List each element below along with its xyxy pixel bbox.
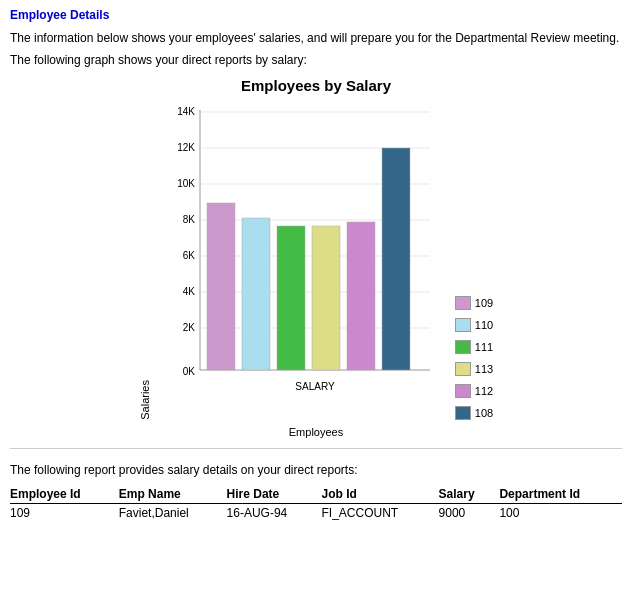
- svg-text:8K: 8K: [183, 214, 196, 225]
- svg-rect-22: [382, 148, 410, 370]
- legend-label-112: 112: [475, 385, 493, 397]
- cell-hire-date: 16-AUG-94: [227, 503, 322, 522]
- chart-container: Salaries 14K 12K 10K 8K: [10, 100, 622, 420]
- legend-item-110: 110: [455, 318, 493, 332]
- svg-text:0K: 0K: [183, 366, 196, 377]
- col-header-job-id: Job Id: [322, 485, 439, 504]
- svg-rect-18: [242, 218, 270, 370]
- intro-text: The information below shows your employe…: [10, 30, 622, 47]
- x-axis-title: Employees: [10, 426, 622, 438]
- page-title: Employee Details: [10, 8, 622, 22]
- col-header-salary: Salary: [439, 485, 500, 504]
- legend-label-109: 109: [475, 297, 493, 309]
- legend-label-110: 110: [475, 319, 493, 331]
- legend-color-112: [455, 384, 471, 398]
- svg-rect-19: [277, 226, 305, 370]
- graph-intro: The following graph shows your direct re…: [10, 53, 622, 67]
- svg-text:12K: 12K: [177, 142, 195, 153]
- svg-rect-21: [347, 222, 375, 370]
- svg-text:6K: 6K: [183, 250, 196, 261]
- employee-table: Employee Id Emp Name Hire Date Job Id Sa…: [10, 485, 622, 522]
- legend-label-113: 113: [475, 363, 493, 375]
- legend-item-109: 109: [455, 296, 493, 310]
- svg-text:2K: 2K: [183, 322, 196, 333]
- separator: [10, 448, 622, 449]
- col-header-employee-id: Employee Id: [10, 485, 119, 504]
- cell-salary: 9000: [439, 503, 500, 522]
- svg-text:SALARY: SALARY: [295, 381, 335, 392]
- legend-color-110: [455, 318, 471, 332]
- legend-label-111: 111: [475, 341, 493, 353]
- table-header-row: Employee Id Emp Name Hire Date Job Id Sa…: [10, 485, 622, 504]
- table-row: 109 Faviet,Daniel 16-AUG-94 FI_ACCOUNT 9…: [10, 503, 622, 522]
- legend-item-113: 113: [455, 362, 493, 376]
- svg-text:14K: 14K: [177, 106, 195, 117]
- cell-department-id: 100: [499, 503, 622, 522]
- svg-text:10K: 10K: [177, 178, 195, 189]
- legend-label-108: 108: [475, 407, 493, 419]
- legend-item-112: 112: [455, 384, 493, 398]
- chart-inner: 14K 12K 10K 8K 6K 4K 2K: [155, 100, 445, 420]
- chart-title: Employees by Salary: [10, 77, 622, 94]
- legend-color-111: [455, 340, 471, 354]
- cell-job-id: FI_ACCOUNT: [322, 503, 439, 522]
- svg-rect-17: [207, 203, 235, 370]
- svg-rect-20: [312, 226, 340, 370]
- legend-color-109: [455, 296, 471, 310]
- chart-svg: 14K 12K 10K 8K 6K 4K 2K: [155, 100, 445, 420]
- col-header-emp-name: Emp Name: [119, 485, 227, 504]
- cell-emp-name: Faviet,Daniel: [119, 503, 227, 522]
- col-header-hire-date: Hire Date: [227, 485, 322, 504]
- legend-item-108: 108: [455, 406, 493, 420]
- chart-legend: 109 110 111 113 112 108: [455, 296, 493, 420]
- cell-employee-id: 109: [10, 503, 119, 522]
- svg-text:4K: 4K: [183, 286, 196, 297]
- col-header-department-id: Department Id: [499, 485, 622, 504]
- legend-color-113: [455, 362, 471, 376]
- report-intro: The following report provides salary det…: [10, 463, 622, 477]
- legend-item-111: 111: [455, 340, 493, 354]
- y-axis-label: Salaries: [139, 380, 151, 420]
- chart-area: Salaries 14K 12K 10K 8K: [139, 100, 493, 420]
- legend-color-108: [455, 406, 471, 420]
